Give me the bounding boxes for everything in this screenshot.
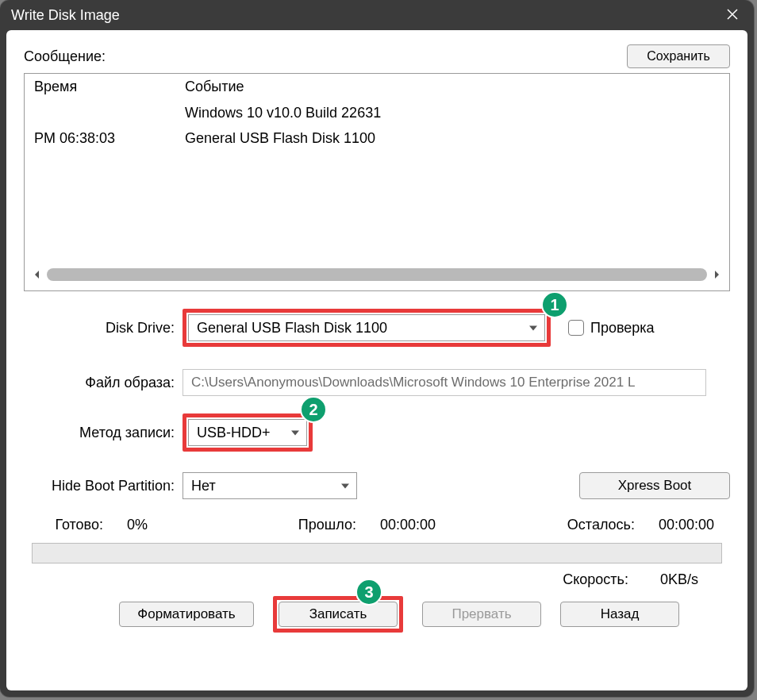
- write-button[interactable]: Записать: [279, 602, 398, 627]
- log-header: Время Событие: [25, 74, 729, 100]
- log-body: Windows 10 v10.0 Build 22631 PM 06:38:03…: [25, 100, 729, 267]
- window: Write Disk Image Сообщение: Сохранить Вр…: [0, 0, 754, 697]
- highlight-2: USB-HDD+: [183, 413, 313, 452]
- ready-label: Готово:: [32, 517, 119, 533]
- badge-3: 3: [355, 579, 382, 606]
- xpress-boot-button[interactable]: Xpress Boot: [579, 472, 730, 499]
- speed-value: 0KB/s: [660, 571, 698, 588]
- highlight-1: General USB Flash Disk 1100: [183, 309, 551, 347]
- remain-value: 00:00:00: [643, 517, 722, 533]
- write-method-row: Метод записи: USB-HDD+ 2: [24, 413, 730, 452]
- log-col-event: Событие: [185, 79, 720, 95]
- scroll-left-icon[interactable]: [31, 268, 44, 281]
- disk-drive-select[interactable]: General USB Flash Disk 1100: [188, 314, 545, 341]
- chevron-down-icon: [340, 478, 350, 494]
- close-icon: [727, 7, 738, 24]
- titlebar: Write Disk Image: [0, 0, 754, 30]
- log-time: [34, 100, 185, 125]
- button-row: Форматировать Записать 3 Прервать Назад: [24, 596, 730, 633]
- disk-drive-label: Disk Drive:: [24, 320, 183, 337]
- elapsed-label: Прошло:: [298, 517, 356, 533]
- log-event: General USB Flash Disk 1100: [185, 125, 720, 151]
- scroll-right-icon[interactable]: [710, 268, 723, 281]
- close-button[interactable]: [714, 0, 751, 30]
- status-row: Готово: 0% Прошло: 00:00:00 Осталось: 00…: [24, 517, 730, 533]
- message-label: Сообщение:: [24, 48, 106, 65]
- badge-1: 1: [541, 291, 568, 318]
- save-button[interactable]: Сохранить: [627, 44, 730, 68]
- log-box: Время Событие Windows 10 v10.0 Build 226…: [24, 73, 730, 291]
- check-label: Проверка: [590, 320, 655, 337]
- write-method-value: USB-HDD+: [197, 425, 271, 441]
- client-area: Сообщение: Сохранить Время Событие Windo…: [6, 30, 747, 690]
- chevron-down-icon: [528, 320, 538, 337]
- hide-boot-select[interactable]: Нет: [183, 472, 357, 499]
- elapsed-value: 00:00:00: [364, 517, 444, 533]
- back-button[interactable]: Назад: [560, 602, 679, 627]
- scrollbar-track[interactable]: [47, 268, 707, 281]
- disk-drive-row: Disk Drive: General USB Flash Disk 1100 …: [24, 309, 730, 347]
- check-option[interactable]: Проверка: [568, 320, 655, 337]
- badge-2: 2: [300, 396, 327, 423]
- write-method-label: Метод записи:: [24, 425, 183, 441]
- image-file-row: Файл образа: C:\Users\Anonymous\Download…: [24, 369, 730, 396]
- chevron-down-icon: [290, 425, 300, 441]
- check-checkbox[interactable]: [568, 320, 584, 336]
- format-button[interactable]: Форматировать: [119, 602, 254, 627]
- progress-bar: [32, 543, 722, 563]
- remain-label: Осталось:: [567, 517, 635, 533]
- hide-boot-label: Hide Boot Partition:: [24, 478, 183, 494]
- write-method-select[interactable]: USB-HDD+: [188, 419, 307, 446]
- log-time: PM 06:38:03: [34, 125, 185, 151]
- log-event: Windows 10 v10.0 Build 22631: [185, 100, 720, 125]
- highlight-3: Записать: [273, 596, 403, 633]
- abort-button[interactable]: Прервать: [422, 602, 541, 627]
- horizontal-scrollbar[interactable]: [31, 267, 723, 283]
- hide-boot-value: Нет: [191, 478, 216, 494]
- speed-label: Скорость:: [563, 571, 628, 588]
- image-file-label: Файл образа:: [24, 375, 183, 391]
- log-row: Windows 10 v10.0 Build 22631: [34, 100, 720, 125]
- hide-boot-row: Hide Boot Partition: Нет Xpress Boot: [24, 472, 730, 499]
- log-col-time: Время: [34, 79, 185, 95]
- log-row: PM 06:38:03 General USB Flash Disk 1100: [34, 125, 720, 151]
- ready-value: 0%: [127, 517, 175, 533]
- disk-drive-value: General USB Flash Disk 1100: [197, 320, 387, 337]
- window-title: Write Disk Image: [11, 7, 120, 24]
- image-file-field: C:\Users\Anonymous\Downloads\Microsoft W…: [183, 369, 706, 396]
